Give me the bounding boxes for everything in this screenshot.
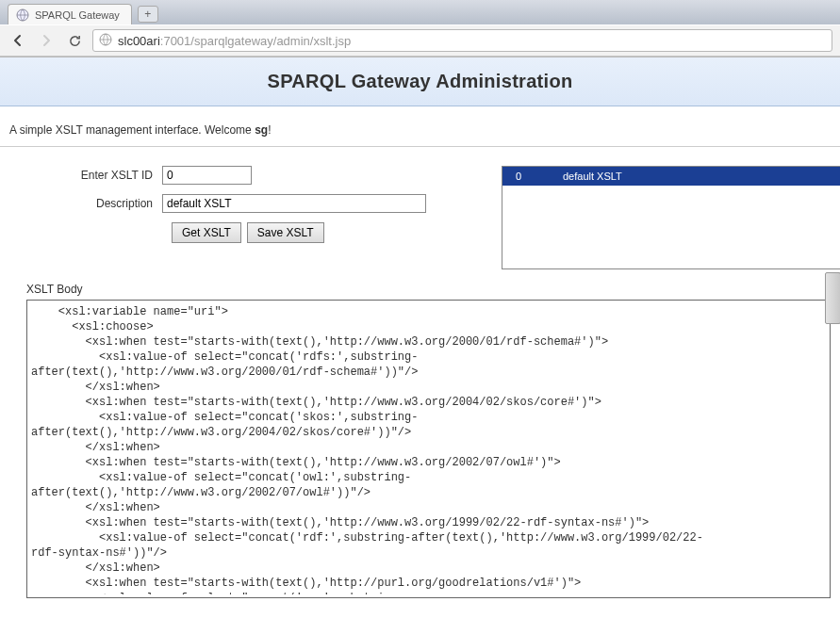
globe-icon [16,8,29,22]
url-port: :7001 [160,34,191,48]
page-title: SPARQL Gateway Administration [0,71,840,92]
browser-toolbar: slc00ari:7001/sparqlgateway/admin/xslt.j… [0,24,840,57]
welcome-message: A simple XSLT management interface. Welc… [0,106,840,147]
reload-button[interactable] [64,30,85,51]
browser-tab-title: SPARQL Gateway [35,9,120,21]
xslt-id-input[interactable] [162,166,252,185]
description-label: Description [11,197,162,210]
description-input[interactable] [162,194,426,213]
address-bar[interactable]: slc00ari:7001/sparqlgateway/admin/xslt.j… [92,29,832,52]
back-button[interactable] [8,30,28,51]
welcome-suffix: ! [268,123,271,137]
welcome-prefix: A simple XSLT management interface. Welc… [9,123,255,137]
xslt-id-label: Enter XSLT ID [11,169,162,182]
welcome-username: sg [255,123,268,137]
browser-tab[interactable]: SPARQL Gateway [8,4,132,24]
browser-tabstrip: SPARQL Gateway + [0,0,840,24]
page-scrollbar-thumb[interactable] [825,272,840,324]
list-item-id: 0 [502,171,559,182]
xslt-body-textarea[interactable] [27,301,830,594]
get-xslt-button[interactable]: Get XSLT [172,222,241,243]
xslt-form: Enter XSLT ID Description Get XSLT Save … [11,166,473,243]
url-path: /sparqlgateway/admin/xslt.jsp [190,34,351,48]
forward-button[interactable] [36,30,57,51]
globe-icon [99,33,112,49]
url-host: slc00ari [118,34,160,48]
new-tab-button[interactable]: + [138,6,158,23]
page-header: SPARQL Gateway Administration [0,57,840,106]
plus-icon: + [144,8,151,21]
list-item[interactable]: 0 default XSLT [502,167,840,186]
list-item-desc: default XSLT [559,171,622,182]
xslt-body-label: XSLT Body [26,283,831,296]
xslt-list-box[interactable]: 0 default XSLT [502,166,840,269]
url-text: slc00ari:7001/sparqlgateway/admin/xslt.j… [118,34,351,48]
save-xslt-button[interactable]: Save XSLT [247,222,324,243]
